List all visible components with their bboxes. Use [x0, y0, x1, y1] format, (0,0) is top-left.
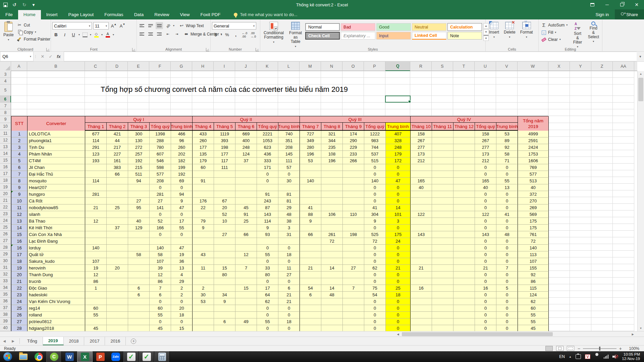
- onedrive-cloud-icon[interactable]: [594, 354, 600, 359]
- value-cell[interactable]: 248: [235, 144, 257, 151]
- value-cell[interactable]: 9: [171, 198, 193, 204]
- value-cell[interactable]: [321, 245, 343, 251]
- value-cell[interactable]: [193, 238, 214, 245]
- converter-name-cell[interactable]: Quất tử: [28, 251, 85, 258]
- value-cell[interactable]: 114: [257, 218, 278, 225]
- stt-cell[interactable]: 3: [11, 144, 28, 151]
- value-cell[interactable]: 208: [150, 178, 171, 184]
- sheet-tab-2019[interactable]: 2019: [43, 337, 64, 345]
- cell-U7[interactable]: [475, 103, 496, 109]
- value-cell[interactable]: [107, 272, 128, 278]
- cell-Y16[interactable]: [570, 164, 591, 170]
- cell-Y37[interactable]: [570, 304, 591, 311]
- converter-name-cell[interactable]: Bá Thao: [28, 218, 85, 225]
- value-cell[interactable]: [453, 131, 475, 137]
- undo-icon[interactable]: ↺▾: [12, 2, 18, 7]
- cell-D3[interactable]: [106, 71, 128, 78]
- value-cell[interactable]: [193, 191, 214, 198]
- stt-cell[interactable]: 7: [11, 171, 28, 178]
- value-cell[interactable]: 124: [235, 151, 257, 158]
- value-cell[interactable]: [453, 251, 475, 258]
- value-cell[interactable]: [85, 164, 107, 171]
- number-dialog-launcher[interactable]: ◿: [256, 48, 259, 51]
- value-cell[interactable]: 217: [107, 144, 128, 151]
- value-cell[interactable]: 0: [475, 251, 496, 258]
- sign-in-link[interactable]: Sign in: [590, 12, 615, 17]
- value-cell[interactable]: 60: [150, 305, 171, 312]
- cell-Z5[interactable]: [591, 84, 613, 96]
- value-cell[interactable]: 143: [475, 231, 496, 238]
- value-cell[interactable]: 165: [411, 178, 432, 184]
- value-cell[interactable]: [411, 191, 432, 198]
- cell-Z31[interactable]: [591, 264, 613, 271]
- stt-cell[interactable]: 16: [11, 245, 28, 251]
- value-cell[interactable]: 55: [85, 312, 107, 318]
- value-cell[interactable]: 12: [85, 272, 107, 278]
- value-cell[interactable]: 3: [278, 225, 300, 231]
- value-cell[interactable]: 0: [278, 278, 300, 285]
- value-cell[interactable]: 25: [235, 218, 257, 225]
- converter-name-cell[interactable]: hadesloki: [28, 292, 85, 298]
- cell-Z24[interactable]: [591, 217, 613, 224]
- cell-V4[interactable]: [496, 78, 518, 84]
- value-cell[interactable]: [343, 245, 364, 251]
- value-cell[interactable]: [453, 258, 475, 265]
- value-cell[interactable]: 0: [278, 325, 300, 331]
- cell-D6[interactable]: [106, 96, 128, 103]
- value-cell[interactable]: 0: [386, 258, 411, 265]
- value-cell[interactable]: 176: [193, 198, 214, 204]
- value-cell[interactable]: 0: [171, 298, 193, 305]
- stt-cell[interactable]: 9: [11, 184, 28, 191]
- value-cell[interactable]: 111: [278, 158, 300, 164]
- value-cell[interactable]: 122: [411, 211, 432, 218]
- value-cell[interactable]: 0: [364, 171, 386, 178]
- value-cell[interactable]: [411, 272, 432, 278]
- value-cell[interactable]: 21: [300, 265, 321, 272]
- cell-AA33[interactable]: [613, 278, 634, 284]
- value-cell[interactable]: 281: [150, 191, 171, 198]
- cell-AA7[interactable]: [613, 103, 634, 109]
- converter-name-cell[interactable]: rolland: [28, 312, 85, 318]
- value-cell[interactable]: 107: [518, 258, 549, 265]
- cell-X21[interactable]: [548, 197, 570, 204]
- value-cell[interactable]: 33: [257, 265, 278, 272]
- value-cell[interactable]: 0: [257, 171, 278, 178]
- converter-name-cell[interactable]: pctrieu0812: [28, 318, 85, 325]
- cell-H4[interactable]: [192, 78, 214, 84]
- value-cell[interactable]: 174: [343, 131, 364, 137]
- value-cell[interactable]: 212: [411, 158, 432, 164]
- value-cell[interactable]: 114: [85, 178, 107, 184]
- cell-I3[interactable]: [214, 71, 235, 78]
- taskbar-app-calculator[interactable]: [154, 351, 170, 362]
- value-cell[interactable]: [300, 184, 321, 191]
- value-cell[interactable]: [107, 258, 128, 265]
- value-cell[interactable]: 198: [214, 144, 235, 151]
- cell-Z34[interactable]: [591, 284, 613, 291]
- value-cell[interactable]: 304: [364, 211, 386, 218]
- value-cell[interactable]: [278, 238, 300, 245]
- value-cell[interactable]: 11: [193, 265, 214, 272]
- cell-G7[interactable]: [171, 103, 192, 109]
- value-cell[interactable]: [432, 305, 453, 312]
- value-cell[interactable]: 393: [214, 137, 235, 144]
- value-cell[interactable]: 780: [150, 144, 171, 151]
- value-cell[interactable]: [432, 218, 453, 225]
- value-cell[interactable]: 6: [214, 318, 235, 325]
- cell-Y10[interactable]: [570, 123, 591, 130]
- value-cell[interactable]: [453, 265, 475, 272]
- value-cell[interactable]: 72: [518, 238, 549, 245]
- value-cell[interactable]: 7: [150, 285, 171, 292]
- cell-Z36[interactable]: [591, 298, 613, 304]
- value-cell[interactable]: 196: [300, 151, 321, 158]
- value-cell[interactable]: 95: [128, 204, 150, 211]
- vietkey-icon[interactable]: V: [585, 354, 590, 359]
- value-cell[interactable]: [300, 238, 321, 245]
- value-cell[interactable]: 0: [150, 298, 171, 305]
- stt-cell[interactable]: 1: [11, 131, 28, 137]
- value-cell[interactable]: [411, 318, 432, 325]
- value-cell[interactable]: 0: [475, 171, 496, 178]
- cell-Y30[interactable]: [570, 257, 591, 264]
- value-cell[interactable]: 47: [386, 178, 411, 184]
- value-cell[interactable]: [453, 238, 475, 245]
- row-header-15[interactable]: 15: [0, 157, 11, 164]
